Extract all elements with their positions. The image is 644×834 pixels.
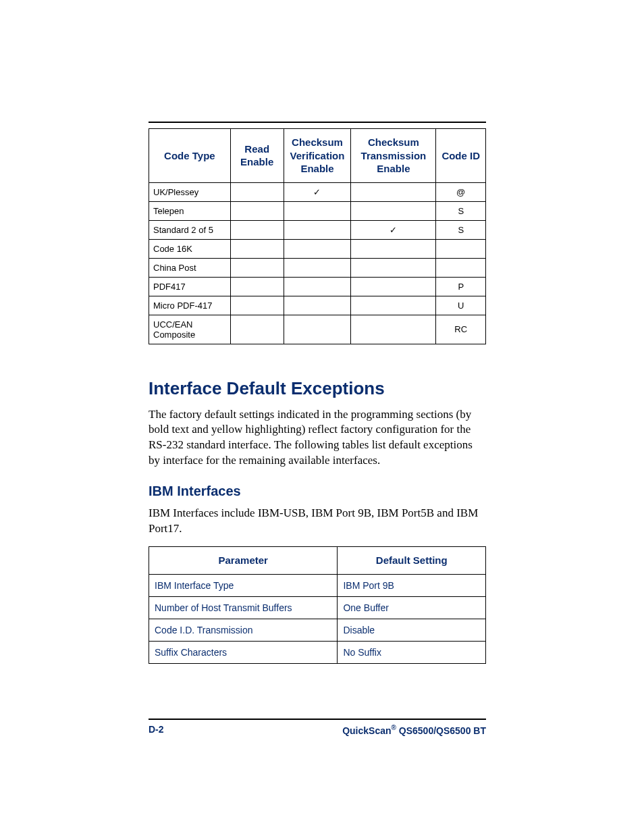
section-paragraph: The factory default settings indicated i…: [149, 407, 486, 469]
page: Code Type Read Enable Checksum Verificat…: [0, 0, 644, 834]
cell-read-enable: [230, 315, 284, 344]
cell-default-setting: IBM Port 9B: [338, 574, 486, 596]
cell-read-enable: [230, 258, 284, 277]
cell-cte: ✓: [351, 220, 436, 239]
cell-code-id: S: [436, 220, 486, 239]
product-suffix: QS6500/QS6500 BT: [396, 725, 486, 736]
code-type-tbody: UK/Plessey✓@TelepenSStandard 2 of 5✓SCod…: [149, 182, 486, 344]
cell-default-setting: One Buffer: [338, 596, 486, 619]
table-row: Code I.D. TransmissionDisable: [149, 619, 486, 641]
cell-cte: [351, 258, 436, 277]
subsection-heading: IBM Interfaces: [149, 484, 486, 499]
product-prefix: QuickScan: [342, 725, 391, 736]
cell-cve: ✓: [284, 182, 351, 201]
table-row: Number of Host Transmit BuffersOne Buffe…: [149, 596, 486, 619]
th-cte: Checksum Transmission Enable: [351, 129, 436, 183]
page-number: D-2: [149, 724, 164, 736]
cell-read-enable: [230, 220, 284, 239]
th-code-id: Code ID: [436, 129, 486, 183]
cell-code-id: RC: [436, 315, 486, 344]
cell-code-type: PDF417: [149, 277, 231, 296]
table-row: UCC/EAN CompositeRC: [149, 315, 486, 344]
cell-read-enable: [230, 182, 284, 201]
cell-cte: [351, 201, 436, 220]
registered-icon: ®: [392, 724, 396, 731]
th-code-type: Code Type: [149, 129, 231, 183]
content-area: Code Type Read Enable Checksum Verificat…: [149, 122, 486, 664]
cell-cte: [351, 315, 436, 344]
cell-read-enable: [230, 277, 284, 296]
cell-code-type: Code 16K: [149, 239, 231, 258]
product-name: QuickScan® QS6500/QS6500 BT: [342, 724, 486, 736]
cell-default-setting: Disable: [338, 619, 486, 641]
th-default-setting: Default Setting: [338, 547, 486, 575]
subsection-paragraph: IBM Interfaces include IBM-USB, IBM Port…: [149, 506, 486, 537]
cell-code-id: S: [436, 201, 486, 220]
cell-cve: [284, 239, 351, 258]
cell-read-enable: [230, 201, 284, 220]
table-header-row: Parameter Default Setting: [149, 547, 486, 575]
cell-cte: [351, 239, 436, 258]
ibm-interfaces-table: Parameter Default Setting IBM Interface …: [149, 546, 486, 664]
cell-cve: [284, 220, 351, 239]
cell-read-enable: [230, 296, 284, 315]
table-row: PDF417P: [149, 277, 486, 296]
table-header-row: Code Type Read Enable Checksum Verificat…: [149, 129, 486, 183]
table-row: Standard 2 of 5✓S: [149, 220, 486, 239]
cell-parameter: Number of Host Transmit Buffers: [149, 596, 338, 619]
footer-line: D-2 QuickScan® QS6500/QS6500 BT: [149, 724, 486, 736]
table-row: Code 16K: [149, 239, 486, 258]
table-row: China Post: [149, 258, 486, 277]
cell-cve: [284, 315, 351, 344]
table-row: IBM Interface TypeIBM Port 9B: [149, 574, 486, 596]
table-row: TelepenS: [149, 201, 486, 220]
cell-default-setting: No Suffix: [338, 641, 486, 663]
cell-code-type: China Post: [149, 258, 231, 277]
cell-parameter: Code I.D. Transmission: [149, 619, 338, 641]
ibm-tbody: IBM Interface TypeIBM Port 9BNumber of H…: [149, 574, 486, 663]
cell-code-type: UK/Plessey: [149, 182, 231, 201]
table-row: Micro PDF-417U: [149, 296, 486, 315]
page-footer: D-2 QuickScan® QS6500/QS6500 BT: [149, 719, 563, 736]
cell-parameter: IBM Interface Type: [149, 574, 338, 596]
cell-cve: [284, 258, 351, 277]
cell-parameter: Suffix Characters: [149, 641, 338, 663]
cell-cte: [351, 182, 436, 201]
section-heading: Interface Default Exceptions: [149, 378, 486, 399]
cell-read-enable: [230, 239, 284, 258]
cell-cte: [351, 296, 436, 315]
cell-code-type: Micro PDF-417: [149, 296, 231, 315]
code-type-table: Code Type Read Enable Checksum Verificat…: [149, 128, 486, 344]
cell-code-id: U: [436, 296, 486, 315]
cell-cve: [284, 277, 351, 296]
cell-code-id: @: [436, 182, 486, 201]
footer-rule: [149, 719, 486, 720]
cell-code-type: UCC/EAN Composite: [149, 315, 231, 344]
cell-code-type: Standard 2 of 5: [149, 220, 231, 239]
th-read-enable: Read Enable: [230, 129, 284, 183]
cell-cve: [284, 201, 351, 220]
table-row: Suffix CharactersNo Suffix: [149, 641, 486, 663]
cell-code-id: P: [436, 277, 486, 296]
cell-cve: [284, 296, 351, 315]
cell-code-id: [436, 239, 486, 258]
cell-code-type: Telepen: [149, 201, 231, 220]
cell-code-id: [436, 258, 486, 277]
th-parameter: Parameter: [149, 547, 338, 575]
th-cve: Checksum Verification Enable: [284, 129, 351, 183]
cell-cte: [351, 277, 436, 296]
table-row: UK/Plessey✓@: [149, 182, 486, 201]
top-rule: [149, 122, 486, 123]
